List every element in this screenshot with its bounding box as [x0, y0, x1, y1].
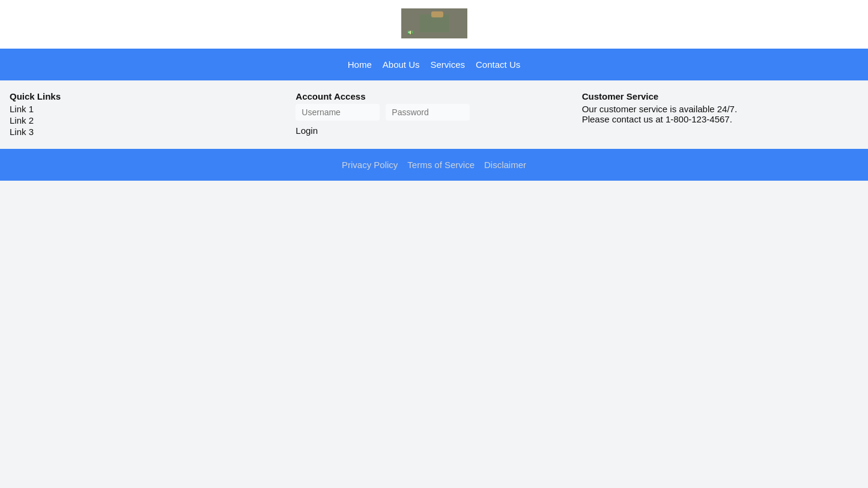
nav-contact-us[interactable]: Contact Us	[476, 59, 520, 70]
input-row	[296, 104, 562, 121]
password-input[interactable]	[386, 104, 470, 121]
account-access-col: Account Access Login	[286, 91, 572, 138]
site-footer: Privacy Policy Terms of Service Disclaim…	[0, 149, 868, 181]
username-input[interactable]	[296, 104, 380, 121]
site-header: 💵	[0, 0, 868, 49]
quick-links-title: Quick Links	[10, 91, 276, 101]
customer-service-title: Customer Service	[582, 91, 849, 101]
customer-service-line1: Our customer service is available 24/7.	[582, 104, 849, 114]
login-button[interactable]: Login	[296, 125, 562, 136]
customer-service-line2: Please contact us at 1-800-123-4567.	[582, 114, 849, 124]
login-form: Login	[296, 104, 562, 136]
main-content: Quick Links Link 1 Link 2 Link 3 Account…	[0, 80, 868, 149]
quick-link-3[interactable]: Link 3	[10, 127, 276, 137]
logo-image: 💵	[401, 8, 467, 38]
quick-link-2[interactable]: Link 2	[10, 115, 276, 125]
svg-rect-2	[431, 11, 443, 17]
logo: 💵	[401, 8, 467, 40]
main-nav: Home About Us Services Contact Us	[0, 49, 868, 80]
nav-about-us[interactable]: About Us	[383, 59, 420, 70]
account-access-title: Account Access	[296, 91, 562, 101]
nav-home[interactable]: Home	[348, 59, 372, 70]
footer-disclaimer[interactable]: Disclaimer	[484, 160, 526, 170]
nav-services[interactable]: Services	[430, 59, 465, 70]
quick-links-col: Quick Links Link 1 Link 2 Link 3	[10, 91, 286, 138]
svg-text:💵: 💵	[407, 29, 413, 35]
footer-privacy-policy[interactable]: Privacy Policy	[342, 160, 398, 170]
quick-link-1[interactable]: Link 1	[10, 104, 276, 114]
footer-terms-of-service[interactable]: Terms of Service	[407, 160, 475, 170]
customer-service-col: Customer Service Our customer service is…	[572, 91, 858, 138]
